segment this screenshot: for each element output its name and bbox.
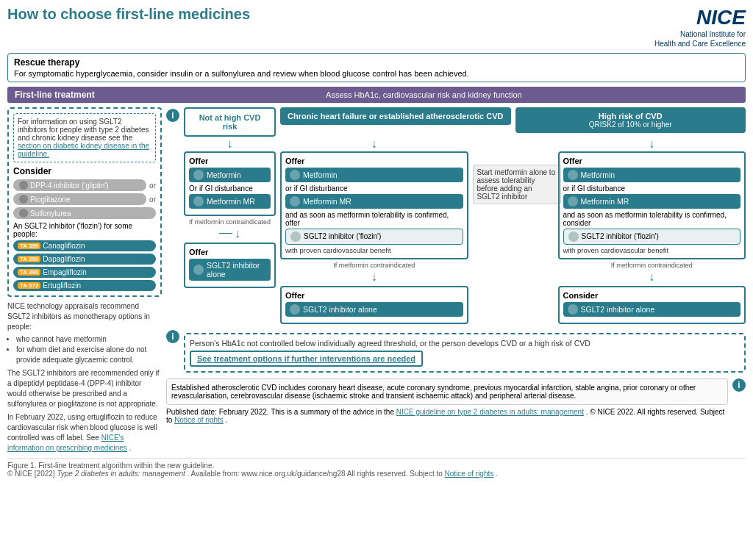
high-sglt2-alone-box: Consider SGLT2 inhibitor alone <box>558 286 746 324</box>
empagliflozin-pill: TA 390 Empagliflozin <box>13 267 156 278</box>
info-icon-1: i <box>166 109 179 122</box>
chronic-sglt2-pill: SGLT2 inhibitor ('flozin') <box>285 229 463 245</box>
metformin-icon-2 <box>290 170 300 180</box>
ta390-badge-2: TA 390 <box>18 256 40 262</box>
rescue-box: Rescue therapy For symptomatic hyperglyc… <box>7 53 746 82</box>
sglt2-info-box: NICE technology appraisals recommend SGL… <box>7 301 162 453</box>
hba1c-box: Person's HbA1c not controlled below indi… <box>184 333 746 373</box>
dpp4-row: DPP-4 inhibitor ('gliptin') or <box>13 179 156 191</box>
nice-logo-subtitle: National Institute for Health and Care E… <box>654 29 746 49</box>
info-icon-3: i <box>732 378 746 392</box>
not-high-sglt2-alone: Offer SGLT2 inhibitor alone <box>184 243 276 288</box>
high-gi-text: or if GI disturbance <box>563 184 741 193</box>
contraindicated-label-3: If metformin contraindicated <box>611 262 693 269</box>
metformin-mr-icon-3 <box>568 196 578 207</box>
sglt2-alone-pill-1: SGLT2 inhibitor alone <box>189 259 271 281</box>
arrow-down-1: ↓ <box>227 140 233 149</box>
pioglitazone-pill: Pioglitazone <box>13 193 146 205</box>
chronic-offer-box: Offer Metformin or if GI disturbance Met… <box>280 151 468 259</box>
rescue-title: Rescue therapy <box>14 57 739 68</box>
contraindicated-label-2: If metformin contraindicated <box>333 262 415 269</box>
not-high-metformin-mr-pill: Metformin MR <box>189 194 271 209</box>
rescue-text: For symptomatic hyperglycaemia, consider… <box>14 69 739 78</box>
nice-logo-text: NICE <box>654 6 746 29</box>
chronic-sglt2-icon <box>290 231 301 242</box>
flow-main-row: ↓ Offer Metformin Or if GI disturbance M… <box>166 140 746 324</box>
sglt2-pills: TA 390 Canagliflozin TA 390 Dapagliflozi… <box>13 240 156 291</box>
ta390-badge-3: TA 390 <box>18 269 40 276</box>
page-title: How to choose first-line medicines <box>7 6 250 23</box>
sglt2-info-wrapper: For information on using SGLT2 inhibitor… <box>13 113 156 162</box>
dpp4-icon <box>19 181 28 190</box>
high-offer-box: Offer Metformin or if GI disturbance Met… <box>558 151 746 259</box>
cvd-top-row: i Not at high CVD risk Chronic heart fai… <box>166 107 746 137</box>
hba1c-section: i Person's HbA1c not controlled below in… <box>166 330 746 373</box>
chronic-flow: ↓ Offer Metformin or if GI disturbance M… <box>280 140 468 324</box>
high-sglt2-pill: SGLT2 inhibitor ('flozin') <box>563 229 741 245</box>
chronic-offer-label: Offer <box>285 157 463 165</box>
chronic-sglt2-alone: Offer SGLT2 inhibitor alone <box>280 286 468 324</box>
chronic-benefit-text: with proven cardiovascular benefit <box>285 246 463 254</box>
metformin-icon-3 <box>568 170 578 180</box>
offer-label-sglt2-1: Offer <box>189 248 271 256</box>
established-box: Established atherosclerotic CVD includes… <box>166 378 728 405</box>
info-icon-col: i <box>166 107 179 122</box>
left-panel: For information on using SGLT2 inhibitor… <box>7 107 162 453</box>
high-offer-label: Offer <box>563 157 741 165</box>
notice-rights-link-1[interactable]: Notice of rights <box>174 416 224 424</box>
start-metformin-col: Start metformin alone to assess tolerabi… <box>473 140 554 204</box>
contraindicated-label-1: If metformin contraindicated <box>189 218 271 226</box>
not-high-flow: ↓ Offer Metformin Or if GI disturbance M… <box>184 140 276 288</box>
sulfonylurea-icon <box>19 209 28 218</box>
ta572-badge: TA 572 <box>18 282 40 289</box>
main-content: For information on using SGLT2 inhibitor… <box>7 107 746 453</box>
chronic-col: Chronic heart failure or established ath… <box>280 107 511 125</box>
metformin-mr-icon-1 <box>193 196 204 207</box>
high-flow: ↓ Offer Metformin or if GI disturbance M… <box>558 140 746 324</box>
dapagliflozin-pill: TA 390 Dapagliflozin <box>13 254 156 265</box>
published-date: Published date: February 2022. This is a… <box>166 408 728 424</box>
ta390-badge-1: TA 390 <box>18 243 40 249</box>
sglt2-intro: An SGLT2 inhibitor ('flozin') for some p… <box>13 222 156 238</box>
metformin-icon-1 <box>193 170 204 180</box>
arrow-down-3: ↓ <box>558 140 746 149</box>
assess-label: Assess HbA1c, cardiovascular risk and ki… <box>110 90 738 99</box>
see-treatment-link[interactable]: See treatment options if further interve… <box>197 354 415 363</box>
sglt2-alone-icon-3 <box>568 304 578 315</box>
consider-sglt2-alone-pill: SGLT2 inhibitor alone <box>563 302 741 317</box>
metformin-mr-icon-2 <box>290 196 300 207</box>
chronic-metformin-pill: Metformin <box>285 168 463 182</box>
offer-label-sglt2-2: Offer <box>285 291 463 300</box>
flow-area: i Not at high CVD risk Chronic heart fai… <box>166 107 746 453</box>
sglt2-alone-pill-2: SGLT2 inhibitor alone <box>285 302 463 317</box>
notice-rights-link-2[interactable]: Notice of rights <box>445 470 494 478</box>
page-header: How to choose first-line medicines NICE … <box>7 6 746 49</box>
start-metformin-note: Start metformin alone to assess tolerabi… <box>473 165 561 204</box>
first-line-label: First-line treatment <box>15 90 95 100</box>
canagliflozin-pill: TA 390 Canagliflozin <box>13 240 156 251</box>
kidney-disease-link[interactable]: section on diabetic kidney disease in th… <box>18 142 149 158</box>
sulfonylurea-pill: Sulfonylurea <box>13 207 156 219</box>
not-high-col: Not at high CVD risk <box>184 107 276 137</box>
sglt2-alone-icon-1 <box>193 265 204 275</box>
footer-line2: © NICE [2022] Type 2 diabetes in adults:… <box>7 470 746 478</box>
footer-line1: Figure 1. First-line treatment algorithm… <box>7 462 746 470</box>
info-icon-2: i <box>166 330 179 343</box>
consider-label-sglt2: Consider <box>563 291 741 300</box>
high-benefit-text: with proven cardiovascular benefit <box>563 246 741 254</box>
dpp4-pill: DPP-4 inhibitor ('gliptin') <box>13 179 146 191</box>
or-label-1: or <box>149 182 156 190</box>
hba1c-text: Person's HbA1c not controlled below indi… <box>190 339 740 348</box>
consider-outer-box: For information on using SGLT2 inhibitor… <box>7 107 162 297</box>
bottom-info-row: Established atherosclerotic CVD includes… <box>166 378 746 424</box>
high-metformin-mr-pill: Metformin MR <box>563 194 741 209</box>
nice-guideline-link[interactable]: NICE guideline on type 2 diabetes in adu… <box>396 408 584 416</box>
high-sglt2-icon <box>568 231 579 242</box>
not-high-metformin-pill: Metformin <box>189 168 271 182</box>
high-and-text: and as soon as metformin tolerability is… <box>563 211 741 227</box>
not-high-gi-text: Or if GI disturbance <box>189 184 271 193</box>
footer: Figure 1. First-line treatment algorithm… <box>7 458 746 478</box>
arrow-down-2: ↓ <box>280 140 468 149</box>
sglt2-alone-icon-2 <box>290 304 300 315</box>
high-metformin-pill: Metformin <box>563 168 741 182</box>
